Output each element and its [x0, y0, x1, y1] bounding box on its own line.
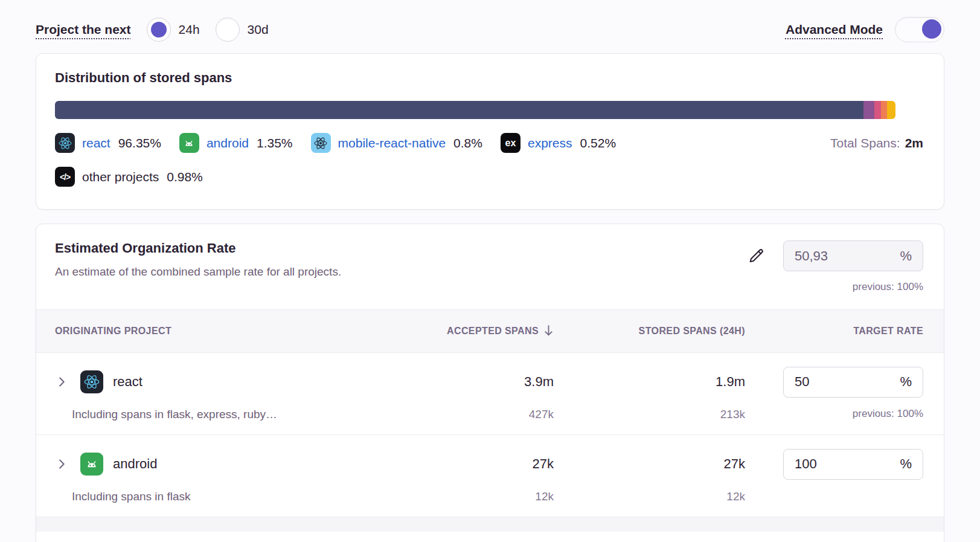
table-row-react: react 3.9m 1.9m % Including spans in fla… — [36, 353, 944, 435]
row-subtext: Including spans in flask — [55, 490, 414, 503]
legend-row-1: react 96.35% android 1.35% mobile-react-… — [55, 133, 923, 153]
legend-percent: 0.98% — [167, 170, 203, 184]
stored-spans-value: 27k — [554, 456, 745, 472]
row-subtext: Including spans in flask, express, ruby… — [55, 408, 414, 421]
col-stored-spans: STORED SPANS (24H) — [554, 326, 745, 337]
edit-rate-button[interactable] — [748, 248, 765, 266]
target-rate-input[interactable] — [795, 374, 900, 390]
react-bar-segment[interactable] — [55, 101, 863, 119]
react-native-icon — [311, 133, 331, 153]
react-icon — [80, 370, 103, 393]
org-rate-unit: % — [900, 248, 912, 264]
legend-item-android: android 1.35% — [179, 133, 293, 153]
project-link-react[interactable]: react — [82, 136, 110, 150]
table-header: ORIGINATING PROJECT ACCEPTED SPANS STORE… — [36, 309, 944, 353]
radio-30d-label: 30d — [248, 22, 269, 37]
react-icon — [55, 133, 75, 153]
code-icon: </> — [55, 167, 75, 187]
express-bar-segment[interactable] — [881, 101, 887, 119]
target-rate-input-wrap: % — [783, 449, 923, 480]
other-projects-label: other projects — [82, 170, 159, 184]
row-previous-rate: previous: 100% — [745, 408, 923, 420]
advanced-mode-toggle[interactable] — [895, 17, 944, 42]
expand-row-button[interactable] — [55, 375, 68, 389]
sort-descending-icon — [543, 324, 554, 338]
accepted-spans-value: 27k — [414, 456, 554, 472]
legend-percent: 96.35% — [118, 136, 161, 150]
radio-option-24h[interactable]: 24h — [147, 18, 200, 42]
project-link-android[interactable]: android — [207, 136, 249, 150]
legend-item-express: ex express 0.52% — [501, 133, 616, 153]
distribution-card: Distribution of stored spans react 96.35… — [36, 53, 944, 210]
legend-item-mobile-react-native: mobile-react-native 0.8% — [311, 133, 482, 153]
legend-item-react: react 96.35% — [55, 133, 161, 153]
legend-item-other-projects: </> other projects 0.98% — [55, 167, 203, 187]
accepted-spans-sub: 427k — [414, 408, 554, 421]
table-next-row-edge — [36, 517, 944, 532]
org-rate-header: Estimated Organization Rate An estimate … — [36, 224, 944, 293]
org-rate-card: Estimated Organization Rate An estimate … — [36, 224, 944, 542]
android-bar-segment[interactable] — [863, 101, 875, 119]
org-rate-previous: previous: 100% — [853, 281, 923, 293]
radio-option-30d[interactable]: 30d — [216, 18, 269, 42]
stored-spans-sub: 12k — [554, 490, 745, 503]
stored-spans-value: 1.9m — [554, 374, 745, 390]
total-spans-value: 2m — [905, 136, 923, 150]
legend-percent: 1.35% — [257, 136, 293, 150]
legend-row-2: </> other projects 0.98% — [55, 167, 923, 187]
chevron-right-icon — [55, 457, 68, 471]
org-rate-input-wrap: % — [783, 240, 923, 271]
project-link-mobile-react-native[interactable]: mobile-react-native — [338, 136, 446, 150]
org-rate-input[interactable] — [795, 248, 900, 264]
advanced-mode-label[interactable]: Advanced Mode — [786, 22, 883, 37]
org-rate-title: Estimated Organization Rate — [55, 240, 748, 256]
project-link-express[interactable]: express — [528, 136, 572, 150]
project-name: android — [113, 456, 157, 472]
col-target-rate: TARGET RATE — [745, 326, 923, 337]
projection-label[interactable]: Project the next — [36, 22, 131, 37]
android-icon — [80, 453, 103, 476]
distribution-bar — [55, 101, 895, 119]
total-spans: Total Spans:2m — [830, 136, 923, 150]
expand-row-button[interactable] — [55, 457, 68, 471]
legend-percent: 0.52% — [580, 136, 617, 150]
toggle-knob-icon — [922, 19, 941, 39]
radio-24h-circle[interactable] — [147, 18, 171, 42]
col-accepted-spans[interactable]: ACCEPTED SPANS — [414, 324, 554, 338]
total-spans-label: Total Spans: — [830, 136, 900, 150]
table-row-android: android 27k 27k % Including spans in fla… — [36, 435, 944, 517]
other-projects-bar-segment[interactable] — [887, 101, 895, 119]
mobile-react-native-bar-segment[interactable] — [874, 101, 881, 119]
express-icon: ex — [501, 133, 520, 153]
stored-spans-sub: 213k — [554, 408, 745, 421]
project-name: react — [113, 374, 143, 390]
target-rate-input[interactable] — [795, 456, 900, 472]
radio-30d-circle[interactable] — [216, 18, 240, 42]
chevron-right-icon — [55, 375, 68, 389]
org-rate-subtitle: An estimate of the combined sample rate … — [55, 265, 748, 279]
distribution-title: Distribution of stored spans — [55, 70, 923, 86]
accepted-spans-value: 3.9m — [414, 374, 554, 390]
radio-24h-label: 24h — [179, 22, 200, 37]
target-rate-unit: % — [900, 374, 912, 390]
accepted-spans-sub: 12k — [414, 490, 554, 503]
col-originating-project: ORIGINATING PROJECT — [55, 326, 414, 337]
projection-toolbar: Project the next 24h 30d Advanced Mode — [0, 0, 980, 47]
android-icon — [179, 133, 199, 153]
pencil-icon — [748, 248, 765, 265]
target-rate-unit: % — [900, 456, 912, 472]
target-rate-input-wrap: % — [783, 367, 923, 398]
legend-percent: 0.8% — [453, 136, 482, 150]
